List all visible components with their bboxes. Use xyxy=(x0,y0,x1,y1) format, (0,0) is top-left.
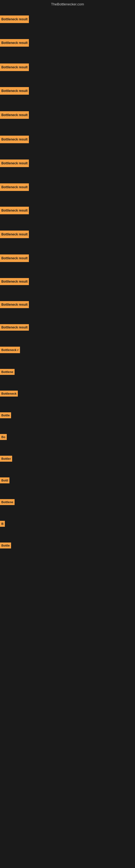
bottleneck-label-10: Bottleneck result xyxy=(0,230,29,238)
bottleneck-label-6: Bottleneck result xyxy=(0,135,29,143)
bottleneck-label-17: Bottleneck xyxy=(0,391,18,397)
bottleneck-item-8: Bottleneck result xyxy=(0,183,29,192)
bottleneck-label-5: Bottleneck result xyxy=(0,111,29,119)
bottleneck-label-9: Bottleneck result xyxy=(0,207,29,214)
bottleneck-item-12: Bottleneck result xyxy=(0,278,29,286)
bottleneck-label-13: Bottleneck result xyxy=(0,301,29,308)
bottleneck-label-2: Bottleneck result xyxy=(0,39,29,46)
bottleneck-item-14: Bottleneck result xyxy=(0,324,29,332)
bottleneck-item-1: Bottleneck result xyxy=(0,16,29,24)
bottleneck-label-19: Bo xyxy=(0,434,7,440)
bottleneck-label-4: Bottleneck result xyxy=(0,87,29,95)
bottleneck-label-15: Bottleneck r xyxy=(0,347,20,353)
bottleneck-item-22: Bottlene xyxy=(0,499,14,506)
bottleneck-label-14: Bottleneck result xyxy=(0,324,29,331)
bottleneck-label-16: Bottlene xyxy=(0,369,14,375)
bottleneck-item-21: Bottl xyxy=(0,477,9,485)
bottleneck-label-1: Bottleneck result xyxy=(0,16,29,23)
bottleneck-label-11: Bottleneck result xyxy=(0,254,29,262)
bottleneck-item-13: Bottleneck result xyxy=(0,301,29,309)
bottleneck-item-2: Bottleneck result xyxy=(0,39,29,48)
bottleneck-item-4: Bottleneck result xyxy=(0,87,29,96)
bottleneck-item-5: Bottleneck result xyxy=(0,111,29,120)
bottleneck-label-18: Bottle xyxy=(0,412,11,418)
bottleneck-item-18: Bottle xyxy=(0,412,11,420)
bottleneck-item-16: Bottlene xyxy=(0,369,14,376)
bottleneck-label-3: Bottleneck result xyxy=(0,63,29,71)
bottleneck-label-12: Bottleneck result xyxy=(0,278,29,285)
bottleneck-item-7: Bottleneck result xyxy=(0,159,29,168)
bottleneck-item-23: B xyxy=(0,521,5,528)
bottleneck-item-3: Bottleneck result xyxy=(0,63,29,72)
bottleneck-item-15: Bottleneck r xyxy=(0,347,20,354)
bottleneck-item-17: Bottleneck xyxy=(0,391,18,398)
site-title: TheBottlenecker.com xyxy=(51,2,84,6)
bottleneck-item-19: Bo xyxy=(0,434,7,441)
bottleneck-item-11: Bottleneck result xyxy=(0,254,29,263)
bottleneck-label-22: Bottlene xyxy=(0,499,14,505)
site-header: TheBottlenecker.com xyxy=(0,0,135,7)
bottleneck-label-24: Bottle xyxy=(0,542,11,549)
bottleneck-item-9: Bottleneck result xyxy=(0,207,29,215)
bottleneck-label-8: Bottleneck result xyxy=(0,183,29,191)
bottleneck-label-21: Bottl xyxy=(0,477,9,484)
bottleneck-item-6: Bottleneck result xyxy=(0,135,29,144)
bottleneck-label-7: Bottleneck result xyxy=(0,159,29,167)
bottleneck-item-20: Bottler xyxy=(0,456,12,463)
bottleneck-item-10: Bottleneck result xyxy=(0,230,29,239)
bottleneck-item-24: Bottle xyxy=(0,542,11,550)
bottleneck-label-20: Bottler xyxy=(0,456,12,462)
bottleneck-label-23: B xyxy=(0,521,5,527)
